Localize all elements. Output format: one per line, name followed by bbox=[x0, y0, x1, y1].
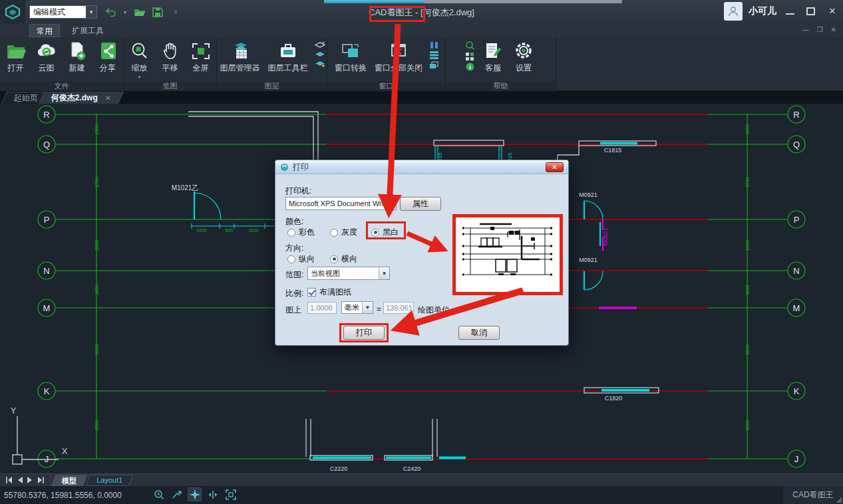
minimize-button[interactable] bbox=[786, 8, 794, 15]
pan-button[interactable]: 平移 bbox=[156, 40, 185, 75]
ortho-mode-button[interactable] bbox=[206, 487, 220, 501]
ribbon: 打开 云图 新建 bbox=[0, 37, 843, 91]
layer-toolbar-button[interactable]: 图层工具栏 bbox=[265, 40, 311, 75]
radio-color[interactable]: 彩色 bbox=[287, 227, 315, 238]
user-avatar[interactable] bbox=[724, 2, 743, 21]
resize-grip[interactable] bbox=[836, 497, 842, 503]
svg-text:M1021乙: M1021乙 bbox=[172, 184, 199, 191]
tab-close-icon[interactable]: ✕ bbox=[105, 94, 110, 102]
range-select[interactable]: 当前视图 ▼ bbox=[307, 267, 390, 280]
window-switch-button[interactable]: 窗口转换 bbox=[331, 40, 370, 75]
svg-text:C2420: C2420 bbox=[403, 465, 421, 472]
mode-select[interactable]: 编辑模式 ▼ bbox=[29, 5, 97, 19]
open-drawing-button[interactable]: 打开 bbox=[1, 40, 31, 75]
customer-service-button[interactable]: 客服 bbox=[478, 40, 508, 75]
svg-text:X: X bbox=[62, 446, 68, 456]
tab-model[interactable]: 模型 bbox=[51, 475, 87, 486]
layer-manager-button[interactable]: 图层管理器 bbox=[217, 40, 263, 75]
cad-viewer-window: 编辑模式 ▼ ▾ bbox=[0, 0, 843, 504]
settings-button[interactable]: 设置 bbox=[509, 40, 538, 75]
svg-text:1500: 1500 bbox=[94, 124, 99, 135]
user-icon bbox=[727, 5, 739, 17]
print-button[interactable]: 打印 bbox=[343, 326, 385, 340]
user-name[interactable]: 小可儿 bbox=[749, 5, 776, 17]
info-icon[interactable] bbox=[465, 63, 475, 71]
next-sheet-icon[interactable] bbox=[27, 477, 33, 483]
save-button[interactable] bbox=[151, 5, 164, 19]
last-sheet-icon[interactable] bbox=[37, 477, 45, 483]
close-button[interactable]: ✕ bbox=[827, 7, 838, 16]
doc-minimize-icon[interactable]: — bbox=[802, 26, 809, 34]
undo-dropdown-arrow-icon[interactable]: ▾ bbox=[122, 5, 128, 19]
prev-sheet-icon[interactable] bbox=[17, 477, 23, 483]
print-preview-drawing bbox=[456, 217, 560, 292]
layer-lock-icon[interactable] bbox=[315, 60, 325, 67]
cancel-button[interactable]: 取消 bbox=[458, 326, 500, 340]
zoom-dropdown-arrow-icon[interactable]: ▾ bbox=[138, 75, 141, 78]
search-update-icon[interactable] bbox=[465, 41, 475, 50]
printer-select[interactable]: Microsoft XPS Document Writer ▼ bbox=[285, 197, 397, 210]
app-grid-icon[interactable] bbox=[465, 52, 475, 61]
svg-text:M0921: M0921 bbox=[579, 191, 597, 198]
radio-landscape[interactable]: 横向 bbox=[330, 253, 357, 265]
svg-text:3000: 3000 bbox=[745, 420, 750, 431]
properties-button[interactable]: 属性 bbox=[400, 197, 441, 211]
orientation-label: 方向: bbox=[285, 243, 303, 254]
printer-select-arrow-icon[interactable]: ▼ bbox=[385, 197, 396, 209]
zoom-icon bbox=[128, 41, 151, 61]
print-dialog-close-button[interactable]: ✕ bbox=[546, 162, 564, 172]
close-all-windows-button[interactable]: 窗口全部关闭 bbox=[371, 40, 426, 75]
fit-paper-checkbox-box[interactable] bbox=[307, 288, 316, 297]
crosshair-snap-button[interactable] bbox=[188, 487, 202, 501]
app-logo[interactable] bbox=[0, 0, 25, 24]
share-button[interactable]: 分享 bbox=[93, 40, 122, 75]
radio-portrait[interactable]: 纵向 bbox=[287, 253, 315, 265]
close-all-windows-icon bbox=[387, 41, 410, 61]
unit-select[interactable]: 毫米 ▼ bbox=[341, 301, 373, 314]
drawing-units-input[interactable]: 139.061 bbox=[383, 302, 414, 314]
svg-text:J: J bbox=[794, 454, 799, 464]
svg-text:C1820: C1820 bbox=[605, 395, 623, 402]
tab-drawing[interactable]: 何俊杰2.dwg ✕ bbox=[39, 92, 124, 104]
new-drawing-button[interactable]: 新建 bbox=[63, 40, 92, 75]
zoom-button[interactable]: 缩放 ▾ bbox=[125, 40, 154, 80]
undo-button[interactable] bbox=[104, 5, 117, 19]
mode-select-arrow-icon[interactable]: ▼ bbox=[86, 6, 96, 18]
fit-paper-checkbox[interactable]: 布满图纸 bbox=[307, 287, 351, 298]
ribbon-group-label-help: 帮助 bbox=[446, 81, 556, 91]
first-sheet-icon[interactable] bbox=[5, 477, 13, 483]
open-file-button[interactable] bbox=[133, 5, 146, 19]
tile-horizontal-icon[interactable] bbox=[429, 51, 439, 59]
radio-portrait-dot bbox=[287, 255, 295, 263]
svg-text:2500: 2500 bbox=[94, 240, 99, 251]
cascade-windows-icon[interactable] bbox=[429, 61, 439, 69]
print-dialog-titlebar[interactable]: 打印 ✕ bbox=[275, 160, 568, 174]
fullscreen-icon bbox=[190, 41, 212, 61]
radio-grayscale[interactable]: 灰度 bbox=[330, 227, 357, 238]
zoom-history-button[interactable] bbox=[152, 487, 166, 501]
layer-on-icon[interactable] bbox=[315, 41, 325, 49]
zoom-extents-button[interactable] bbox=[224, 487, 238, 501]
fullscreen-button[interactable]: 全屏 bbox=[186, 40, 216, 75]
drawing-canvas[interactable]: RRQQPPNNMMKKJJ bbox=[0, 104, 843, 473]
tab-layout1[interactable]: Layout1 bbox=[86, 475, 133, 486]
tile-vertical-icon[interactable] bbox=[429, 41, 439, 49]
unit-select-arrow-icon[interactable]: ▼ bbox=[362, 302, 373, 313]
tab-extended-tools[interactable]: 扩展工具 bbox=[65, 24, 110, 37]
doc-restore-icon[interactable]: ❐ bbox=[817, 26, 823, 34]
radio-black-white[interactable]: 黑白 bbox=[371, 227, 399, 238]
share-icon bbox=[96, 41, 119, 61]
maximize-button[interactable] bbox=[806, 7, 815, 15]
svg-text:J: J bbox=[45, 454, 49, 464]
polyline-tool-button[interactable] bbox=[170, 487, 184, 501]
doc-close-icon[interactable]: ✕ bbox=[831, 26, 836, 34]
sheet-value-input[interactable]: 1.0000 bbox=[307, 302, 337, 314]
cloud-drawing-button[interactable]: 云图 bbox=[32, 40, 61, 75]
range-select-arrow-icon[interactable]: ▼ bbox=[379, 267, 389, 279]
range-select-value: 当前视图 bbox=[308, 269, 379, 279]
quick-access-more-icon[interactable]: ▿ bbox=[169, 5, 182, 19]
svg-text:Q: Q bbox=[43, 140, 50, 150]
new-file-icon bbox=[66, 41, 88, 61]
layer-freeze-icon[interactable] bbox=[315, 51, 325, 58]
tab-home[interactable]: 常用 bbox=[29, 24, 60, 37]
